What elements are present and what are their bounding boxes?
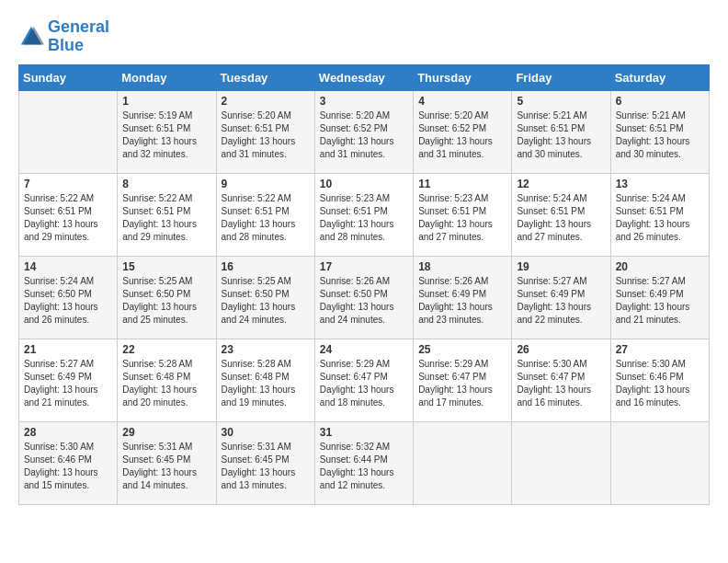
day-number: 17 [320, 260, 408, 273]
day-header-sunday: Sunday [19, 64, 118, 90]
cell-info: Sunrise: 5:27 AM Sunset: 6:49 PM Dayligh… [24, 358, 112, 409]
calendar-cell: 28Sunrise: 5:30 AM Sunset: 6:46 PM Dayli… [19, 421, 118, 504]
calendar-cell: 15Sunrise: 5:25 AM Sunset: 6:50 PM Dayli… [118, 256, 216, 339]
day-number: 26 [517, 343, 605, 356]
cell-info: Sunrise: 5:21 AM Sunset: 6:51 PM Dayligh… [517, 109, 605, 161]
cell-info: Sunrise: 5:32 AM Sunset: 6:44 PM Dayligh… [320, 441, 408, 492]
calendar-body: 1Sunrise: 5:19 AM Sunset: 6:51 PM Daylig… [19, 90, 710, 504]
calendar-cell [610, 421, 709, 504]
cell-info: Sunrise: 5:28 AM Sunset: 6:48 PM Dayligh… [122, 358, 210, 409]
cell-info: Sunrise: 5:24 AM Sunset: 6:51 PM Dayligh… [616, 192, 704, 244]
calendar-cell: 12Sunrise: 5:24 AM Sunset: 6:51 PM Dayli… [512, 173, 610, 256]
calendar-cell: 24Sunrise: 5:29 AM Sunset: 6:47 PM Dayli… [314, 339, 413, 421]
day-header-saturday: Saturday [610, 64, 709, 90]
cell-info: Sunrise: 5:25 AM Sunset: 6:50 PM Dayligh… [222, 275, 310, 327]
day-number: 3 [320, 95, 408, 108]
calendar-cell: 10Sunrise: 5:23 AM Sunset: 6:51 PM Dayli… [314, 173, 413, 256]
cell-info: Sunrise: 5:26 AM Sunset: 6:49 PM Dayligh… [418, 275, 506, 327]
calendar-week-row: 28Sunrise: 5:30 AM Sunset: 6:46 PM Dayli… [19, 421, 710, 504]
cell-info: Sunrise: 5:23 AM Sunset: 6:51 PM Dayligh… [418, 192, 506, 244]
cell-info: Sunrise: 5:29 AM Sunset: 6:47 PM Dayligh… [320, 358, 408, 409]
day-number: 9 [222, 178, 310, 190]
cell-info: Sunrise: 5:23 AM Sunset: 6:51 PM Dayligh… [320, 192, 408, 244]
day-number: 24 [320, 343, 408, 356]
day-header-monday: Monday [118, 64, 216, 90]
day-number: 20 [616, 260, 704, 273]
calendar-table: SundayMondayTuesdayWednesdayThursdayFrid… [18, 64, 710, 505]
day-number: 14 [24, 260, 112, 273]
calendar-cell: 11Sunrise: 5:23 AM Sunset: 6:51 PM Dayli… [414, 173, 512, 256]
day-number: 11 [418, 178, 506, 190]
day-number: 12 [517, 178, 605, 190]
day-number: 2 [222, 95, 310, 108]
cell-info: Sunrise: 5:26 AM Sunset: 6:50 PM Dayligh… [320, 275, 408, 327]
cell-info: Sunrise: 5:31 AM Sunset: 6:45 PM Dayligh… [222, 441, 310, 492]
cell-info: Sunrise: 5:20 AM Sunset: 6:52 PM Dayligh… [418, 109, 506, 161]
day-number: 4 [418, 95, 506, 108]
day-number: 31 [320, 426, 408, 439]
day-header-wednesday: Wednesday [314, 64, 413, 90]
calendar-cell [19, 90, 118, 173]
day-header-friday: Friday [512, 64, 610, 90]
calendar-cell: 14Sunrise: 5:24 AM Sunset: 6:50 PM Dayli… [19, 256, 118, 339]
day-number: 23 [222, 343, 310, 356]
cell-info: Sunrise: 5:28 AM Sunset: 6:48 PM Dayligh… [222, 358, 310, 409]
calendar-cell: 13Sunrise: 5:24 AM Sunset: 6:51 PM Dayli… [610, 173, 709, 256]
cell-info: Sunrise: 5:20 AM Sunset: 6:52 PM Dayligh… [320, 109, 408, 161]
day-number: 28 [24, 426, 112, 439]
day-number: 13 [616, 178, 704, 190]
cell-info: Sunrise: 5:21 AM Sunset: 6:51 PM Dayligh… [616, 109, 704, 161]
day-number: 8 [122, 178, 210, 190]
day-header-tuesday: Tuesday [216, 64, 314, 90]
cell-info: Sunrise: 5:22 AM Sunset: 6:51 PM Dayligh… [24, 192, 112, 244]
calendar-week-row: 7Sunrise: 5:22 AM Sunset: 6:51 PM Daylig… [19, 173, 710, 256]
calendar-week-row: 14Sunrise: 5:24 AM Sunset: 6:50 PM Dayli… [19, 256, 710, 339]
day-number: 25 [418, 343, 506, 356]
day-number: 27 [616, 343, 704, 356]
calendar-cell: 16Sunrise: 5:25 AM Sunset: 6:50 PM Dayli… [216, 256, 314, 339]
calendar-cell: 23Sunrise: 5:28 AM Sunset: 6:48 PM Dayli… [216, 339, 314, 421]
calendar-cell [512, 421, 610, 504]
calendar-cell: 25Sunrise: 5:29 AM Sunset: 6:47 PM Dayli… [414, 339, 512, 421]
calendar-cell: 7Sunrise: 5:22 AM Sunset: 6:51 PM Daylig… [19, 173, 118, 256]
cell-info: Sunrise: 5:30 AM Sunset: 6:46 PM Dayligh… [24, 441, 112, 492]
day-number: 16 [222, 260, 310, 273]
calendar-cell: 6Sunrise: 5:21 AM Sunset: 6:51 PM Daylig… [610, 90, 709, 173]
cell-info: Sunrise: 5:20 AM Sunset: 6:51 PM Dayligh… [222, 109, 310, 161]
calendar-cell: 27Sunrise: 5:30 AM Sunset: 6:46 PM Dayli… [610, 339, 709, 421]
day-number: 5 [517, 95, 605, 108]
day-number: 18 [418, 260, 506, 273]
calendar-cell: 9Sunrise: 5:22 AM Sunset: 6:51 PM Daylig… [216, 173, 314, 256]
day-number: 6 [616, 95, 704, 108]
logo-icon [18, 24, 44, 50]
cell-info: Sunrise: 5:30 AM Sunset: 6:46 PM Dayligh… [616, 358, 704, 409]
day-number: 15 [122, 260, 210, 273]
calendar-cell [414, 421, 512, 504]
calendar-week-row: 1Sunrise: 5:19 AM Sunset: 6:51 PM Daylig… [19, 90, 710, 173]
cell-info: Sunrise: 5:30 AM Sunset: 6:47 PM Dayligh… [517, 358, 605, 409]
day-number: 22 [122, 343, 210, 356]
cell-info: Sunrise: 5:25 AM Sunset: 6:50 PM Dayligh… [122, 275, 210, 327]
cell-info: Sunrise: 5:22 AM Sunset: 6:51 PM Dayligh… [222, 192, 310, 244]
day-number: 30 [222, 426, 310, 439]
cell-info: Sunrise: 5:27 AM Sunset: 6:49 PM Dayligh… [616, 275, 704, 327]
calendar-cell: 2Sunrise: 5:20 AM Sunset: 6:51 PM Daylig… [216, 90, 314, 173]
cell-info: Sunrise: 5:24 AM Sunset: 6:51 PM Dayligh… [517, 192, 605, 244]
calendar-cell: 3Sunrise: 5:20 AM Sunset: 6:52 PM Daylig… [314, 90, 413, 173]
cell-info: Sunrise: 5:19 AM Sunset: 6:51 PM Dayligh… [122, 109, 210, 161]
calendar-header-row: SundayMondayTuesdayWednesdayThursdayFrid… [19, 64, 710, 90]
calendar-cell: 4Sunrise: 5:20 AM Sunset: 6:52 PM Daylig… [414, 90, 512, 173]
logo: General Blue [18, 18, 109, 55]
page-header: General Blue [18, 18, 710, 55]
calendar-cell: 5Sunrise: 5:21 AM Sunset: 6:51 PM Daylig… [512, 90, 610, 173]
cell-info: Sunrise: 5:27 AM Sunset: 6:49 PM Dayligh… [517, 275, 605, 327]
calendar-cell: 20Sunrise: 5:27 AM Sunset: 6:49 PM Dayli… [610, 256, 709, 339]
logo-text: General Blue [48, 18, 109, 55]
cell-info: Sunrise: 5:24 AM Sunset: 6:50 PM Dayligh… [24, 275, 112, 327]
calendar-cell: 19Sunrise: 5:27 AM Sunset: 6:49 PM Dayli… [512, 256, 610, 339]
day-number: 1 [122, 95, 210, 108]
cell-info: Sunrise: 5:29 AM Sunset: 6:47 PM Dayligh… [418, 358, 506, 409]
calendar-cell: 22Sunrise: 5:28 AM Sunset: 6:48 PM Dayli… [118, 339, 216, 421]
cell-info: Sunrise: 5:22 AM Sunset: 6:51 PM Dayligh… [122, 192, 210, 244]
day-number: 21 [24, 343, 112, 356]
